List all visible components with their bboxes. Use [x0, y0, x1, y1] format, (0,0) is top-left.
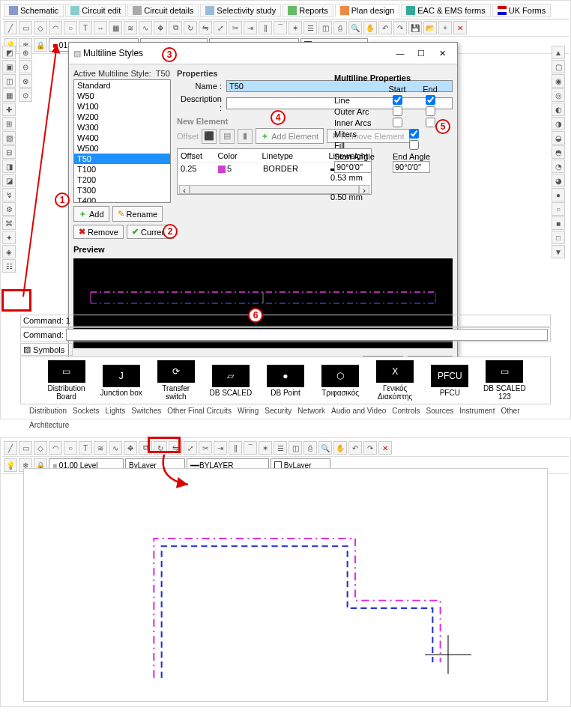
ltool-20-icon[interactable]: ⎙: [303, 441, 317, 455]
tab-circuit-details[interactable]: Circuit details: [127, 4, 199, 17]
side2-tool-1-icon[interactable]: ⊕: [19, 46, 32, 59]
right-tool-6-icon[interactable]: ◑: [552, 117, 565, 130]
side-tool-11-icon[interactable]: ↯: [2, 188, 16, 201]
tool-dim-icon[interactable]: ↔: [94, 21, 107, 34]
style-item-t400[interactable]: T400: [74, 195, 170, 203]
ltool-15-icon[interactable]: ‖: [229, 441, 242, 455]
side2-tool-2-icon[interactable]: ⊖: [19, 60, 32, 73]
ltool-17-icon[interactable]: ✶: [259, 441, 272, 455]
side-tool-3-icon[interactable]: ◫: [2, 74, 16, 88]
category-tab[interactable]: Lights: [106, 407, 126, 415]
side-tool-12-icon[interactable]: ⚙: [2, 202, 16, 216]
tool-plus-icon[interactable]: ＋: [438, 21, 452, 34]
close-button[interactable]: ✕: [432, 46, 453, 61]
category-tab[interactable]: Instrument: [459, 407, 495, 415]
side-tool-5-icon[interactable]: ✚: [2, 103, 16, 116]
side-tool-13-icon[interactable]: ⌘: [2, 216, 16, 230]
tool-save-icon[interactable]: 💾: [408, 21, 422, 34]
ltool-12-icon[interactable]: ⤢: [184, 441, 197, 455]
ltool-16-icon[interactable]: ⌒: [244, 441, 257, 455]
tool-layer-icon[interactable]: ☰: [303, 21, 317, 34]
ltool-multiline-icon[interactable]: ≋: [94, 441, 107, 455]
ltool-18-icon[interactable]: ☰: [274, 441, 287, 455]
tool-fillet-icon[interactable]: ⌒: [274, 21, 287, 34]
category-tab[interactable]: Wiring: [238, 407, 259, 415]
ltool-19-icon[interactable]: ◫: [288, 441, 302, 455]
minimize-button[interactable]: —: [390, 46, 411, 61]
right-tool-7-icon[interactable]: ◒: [552, 131, 565, 145]
right-tool-9-icon[interactable]: ◔: [552, 160, 565, 173]
command-line-2[interactable]: Command:: [20, 327, 551, 342]
symbol-item[interactable]: ▭Distribution Board: [43, 360, 89, 401]
style-item-t50[interactable]: T50: [74, 154, 170, 164]
right-tool-10-icon[interactable]: ◕: [552, 174, 565, 187]
category-tab[interactable]: Audio and Video: [331, 407, 386, 415]
symbol-item[interactable]: ⬡Τριφασικός: [318, 365, 363, 397]
ltool-7-icon[interactable]: ∿: [109, 441, 122, 455]
ltool-13-icon[interactable]: ✂: [199, 441, 212, 455]
right-tool-13-icon[interactable]: ■: [552, 216, 565, 230]
style-item-t200[interactable]: T200: [74, 175, 170, 185]
symbol-item[interactable]: ⟳Transfer switch: [153, 360, 199, 401]
tool-text-icon[interactable]: T: [79, 21, 92, 34]
tool-undo-icon[interactable]: ↶: [378, 21, 392, 34]
style-item-w400[interactable]: W400: [74, 133, 170, 143]
mlp-end-check[interactable]: [426, 106, 435, 116]
right-tool-2-icon[interactable]: ▢: [552, 60, 565, 73]
remove-style-button[interactable]: ✖Remove: [73, 225, 124, 239]
end-angle-input[interactable]: [393, 161, 430, 173]
tool-arc-icon[interactable]: ◠: [49, 21, 62, 34]
side-tool-15-icon[interactable]: ◈: [2, 245, 16, 258]
mlp-start-check[interactable]: [393, 95, 402, 105]
side-tool-4-icon[interactable]: ▦: [2, 88, 16, 102]
tab-plan-design[interactable]: Plan design: [335, 4, 400, 17]
side-tool-14-icon[interactable]: ✦: [2, 231, 16, 244]
side2-tool-4-icon[interactable]: ⊙: [19, 88, 32, 102]
ltool-24-icon[interactable]: ↷: [363, 441, 377, 455]
ltool-2-icon[interactable]: ▭: [19, 441, 32, 455]
right-tool-14-icon[interactable]: □: [552, 231, 565, 244]
tab-uk-forms[interactable]: UK Forms: [492, 4, 552, 17]
mlp-check[interactable]: [409, 129, 419, 139]
tool-explode-icon[interactable]: ✶: [288, 21, 302, 34]
lock-icon[interactable]: 🔒: [34, 38, 47, 52]
right-tool-3-icon[interactable]: ◉: [552, 74, 565, 88]
style-item-t300[interactable]: T300: [74, 185, 170, 195]
pick-linetype-icon[interactable]: ▤: [220, 129, 235, 144]
symbol-item[interactable]: ▭DB SCALED 123: [482, 360, 528, 401]
side2-tool-3-icon[interactable]: ⊗: [19, 74, 32, 88]
style-item-t100[interactable]: T100: [74, 164, 170, 175]
tool-poly-icon[interactable]: ◇: [34, 21, 47, 34]
side-tool-9-icon[interactable]: ◨: [2, 160, 16, 173]
right-tool-15-icon[interactable]: ▼: [552, 245, 565, 258]
tool-rect-icon[interactable]: ▭: [19, 21, 32, 34]
side-tool-16-icon[interactable]: ☷: [2, 259, 16, 273]
category-tab[interactable]: Other: [501, 407, 519, 415]
ltool-5-icon[interactable]: ○: [64, 441, 77, 455]
tool-trim-icon[interactable]: ✂: [229, 21, 242, 34]
tool-block-icon[interactable]: ◫: [318, 21, 332, 34]
right-tool-12-icon[interactable]: ○: [552, 202, 565, 216]
right-tool-5-icon[interactable]: ◐: [552, 103, 565, 116]
category-tab[interactable]: Switches: [131, 407, 161, 415]
tool-scale-icon[interactable]: ⤢: [214, 21, 227, 34]
category-tab[interactable]: Architecture: [29, 421, 69, 429]
command-input[interactable]: [66, 329, 548, 341]
style-item-w300[interactable]: W300: [74, 122, 170, 133]
ltool-4-icon[interactable]: ◠: [49, 441, 62, 455]
maximize-button[interactable]: ☐: [411, 46, 432, 61]
tab-eac-ems[interactable]: EAC & EMS forms: [401, 4, 490, 17]
style-item-w200[interactable]: W200: [74, 112, 170, 122]
tab-reports[interactable]: Reports: [283, 4, 333, 17]
mlp-check[interactable]: [409, 140, 419, 150]
tool-rotate-icon[interactable]: ↻: [184, 21, 197, 34]
mlp-end-check[interactable]: [426, 118, 435, 127]
tool-copy-icon[interactable]: ⧉: [169, 21, 182, 34]
tab-selectivity[interactable]: Selectivity study: [200, 4, 281, 17]
mlp-end-check[interactable]: [426, 95, 435, 105]
ltool-8-icon[interactable]: ✥: [124, 441, 137, 455]
tab-schematic[interactable]: Schematic: [4, 4, 64, 17]
symbol-item[interactable]: PFCUPFCU: [427, 365, 473, 397]
tool-redo-icon[interactable]: ↷: [393, 21, 407, 34]
side-tool-7-icon[interactable]: ▧: [2, 131, 16, 145]
